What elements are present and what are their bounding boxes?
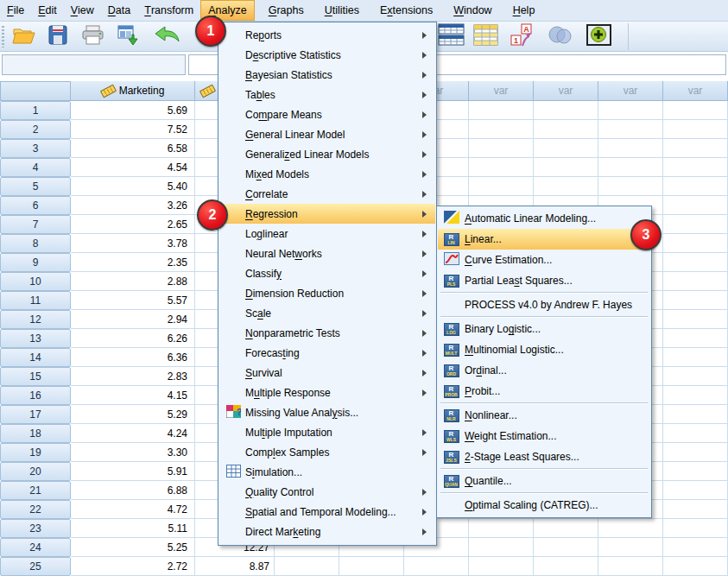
cell-marketing-row14[interactable]: 6.36 — [71, 348, 195, 367]
cell-var4-row1[interactable] — [469, 101, 534, 120]
row-header-4[interactable]: 4 — [0, 158, 71, 177]
cell-var5-row5[interactable] — [534, 177, 598, 196]
cell-var5-row1[interactable] — [534, 101, 598, 120]
cell-var6-row2[interactable] — [598, 120, 663, 139]
cell-var5-row25[interactable] — [534, 557, 598, 576]
submenu-item-probit[interactable]: RPROBProbit... — [438, 381, 650, 402]
menu-view[interactable]: View — [64, 0, 101, 21]
menu-item-generalized-linear-models[interactable]: Generalized Linear Models — [219, 144, 435, 164]
menu-item-multiple-imputation[interactable]: Multiple Imputation — [219, 422, 435, 442]
row-header-20[interactable]: 20 — [0, 462, 71, 481]
cell-var7-row5[interactable] — [663, 177, 728, 196]
row-header-16[interactable]: 16 — [0, 386, 71, 405]
row-header-1[interactable]: 1 — [0, 101, 71, 120]
cell-var6-row4[interactable] — [598, 158, 663, 177]
cell-var5-row4[interactable] — [534, 158, 598, 177]
menu-item-multiple-response[interactable]: Multiple Response — [219, 383, 435, 402]
cell-var7-row24[interactable] — [663, 538, 728, 557]
cell-var7-row1[interactable] — [663, 101, 728, 120]
cell-var5-row24[interactable] — [534, 538, 598, 557]
row-header-12[interactable]: 12 — [0, 310, 71, 329]
row-header-3[interactable]: 3 — [0, 139, 71, 158]
cell-var7-row3[interactable] — [663, 139, 728, 158]
submenu-item-optimal-scaling-catreg[interactable]: Optimal Scaling (CATREG)... — [438, 495, 650, 516]
menu-item-complex-samples[interactable]: Complex Samples — [219, 442, 435, 462]
menu-item-nonparametric-tests[interactable]: Nonparametric Tests — [219, 323, 435, 343]
menu-item-classify[interactable]: Classify — [219, 263, 435, 283]
cell-marketing-row19[interactable]: 3.30 — [71, 443, 195, 462]
cell-var7-row15[interactable] — [663, 367, 728, 386]
cell-var1-row25[interactable] — [275, 557, 339, 576]
cell-marketing-row5[interactable]: 5.40 — [71, 177, 195, 196]
cell-var6-row25[interactable] — [598, 557, 663, 576]
menu-item-reports[interactable]: Reports — [219, 25, 435, 45]
row-header-18[interactable]: 18 — [0, 424, 71, 443]
menu-item-tables[interactable]: Tables — [219, 85, 435, 104]
cell-var7-row16[interactable] — [663, 386, 728, 405]
menu-item-correlate[interactable]: Correlate — [219, 184, 435, 204]
cell-marketing-row24[interactable]: 5.25 — [71, 538, 195, 557]
column-header-var-7[interactable]: var — [663, 81, 728, 101]
cell-var5-row23[interactable] — [534, 519, 598, 538]
column-header-var-6[interactable]: var — [598, 81, 663, 101]
menu-item-general-linear-model[interactable]: General Linear Model — [219, 124, 435, 144]
row-header-10[interactable]: 10 — [0, 272, 71, 291]
submenu-item-process-v4-0-by-andrew-f-hayes[interactable]: PROCESS v4.0 by Andrew F. Hayes — [438, 294, 650, 315]
menu-item-scale[interactable]: Scale — [219, 303, 435, 323]
cell-var6-row5[interactable] — [598, 177, 663, 196]
menu-window[interactable]: Window — [446, 0, 498, 21]
row-header-17[interactable]: 17 — [0, 405, 71, 424]
cell-marketing-row1[interactable]: 5.69 — [71, 101, 195, 120]
cell-var7-row21[interactable] — [663, 481, 728, 500]
cell-var6-row3[interactable] — [598, 139, 663, 158]
print-button[interactable] — [78, 24, 107, 49]
cell-var4-row24[interactable] — [469, 538, 534, 557]
use-variable-sets-button[interactable] — [546, 24, 575, 49]
cell-marketing-row13[interactable]: 6.26 — [71, 329, 195, 348]
menu-item-direct-marketing[interactable]: Direct Marketing — [219, 522, 435, 541]
row-header-11[interactable]: 11 — [0, 291, 71, 310]
custom-dialogs-button[interactable] — [584, 24, 613, 49]
cell-col2-row25[interactable]: 8.87 — [195, 557, 275, 576]
cell-var7-row19[interactable] — [663, 443, 728, 462]
row-header-22[interactable]: 22 — [0, 500, 71, 519]
menu-data[interactable]: Data — [101, 0, 137, 21]
cell-var7-row6[interactable] — [663, 196, 728, 215]
cell-marketing-row3[interactable]: 6.58 — [71, 139, 195, 158]
cell-var4-row23[interactable] — [469, 519, 534, 538]
column-header-marketing[interactable]: Marketing — [71, 81, 195, 101]
cell-var6-row24[interactable] — [598, 538, 663, 557]
cell-var7-row25[interactable] — [663, 557, 728, 576]
cell-marketing-row9[interactable]: 2.35 — [71, 253, 195, 272]
row-header-23[interactable]: 23 — [0, 519, 71, 538]
cell-marketing-row16[interactable]: 4.15 — [71, 386, 195, 405]
row-header-19[interactable]: 19 — [0, 443, 71, 462]
row-header-24[interactable]: 24 — [0, 538, 71, 557]
menu-item-survival[interactable]: Survival — [219, 363, 435, 383]
cell-var7-row20[interactable] — [663, 462, 728, 481]
row-header-21[interactable]: 21 — [0, 481, 71, 500]
submenu-item-automatic-linear-modeling[interactable]: Automatic Linear Modeling... — [438, 208, 650, 229]
menu-item-missing-value-analysis[interactable]: ?Missing Value Analysis... — [219, 402, 435, 422]
split-file-button[interactable] — [437, 24, 466, 49]
cell-var3-row25[interactable] — [404, 557, 469, 576]
save-button[interactable] — [43, 24, 73, 49]
cell-var7-row8[interactable] — [663, 234, 728, 253]
cell-var7-row4[interactable] — [663, 158, 728, 177]
menu-item-dimension-reduction[interactable]: Dimension Reduction — [219, 283, 435, 303]
cell-marketing-row10[interactable]: 2.88 — [71, 272, 195, 291]
cell-marketing-row22[interactable]: 4.72 — [71, 500, 195, 519]
row-header-13[interactable]: 13 — [0, 329, 71, 348]
submenu-item-partial-least-squares[interactable]: RPLSPartial Least Squares... — [438, 270, 650, 291]
menu-item-bayesian-statistics[interactable]: Bayesian Statistics — [219, 65, 435, 85]
cell-var7-row10[interactable] — [663, 272, 728, 291]
recall-dialogs-button[interactable] — [114, 24, 143, 49]
submenu-item-ordinal[interactable]: RORDOrdinal... — [438, 360, 650, 381]
cell-var7-row13[interactable] — [663, 329, 728, 348]
cell-var7-row7[interactable] — [663, 215, 728, 234]
cell-var7-row14[interactable] — [663, 348, 728, 367]
row-header-15[interactable]: 15 — [0, 367, 71, 386]
menu-item-spatial-and-temporal-modeling[interactable]: Spatial and Temporal Modeling... — [219, 502, 435, 522]
cell-var6-row23[interactable] — [598, 519, 663, 538]
submenu-item-2-stage-least-squares[interactable]: R2SLS2-Stage Least Squares... — [438, 446, 650, 467]
